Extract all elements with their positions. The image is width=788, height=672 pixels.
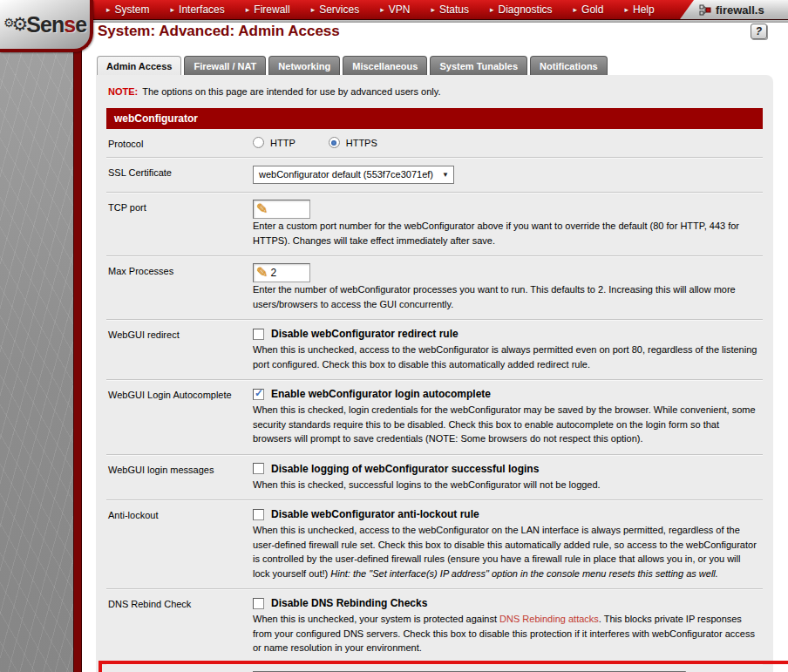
field-description: When this is unchecked, access to the we… xyxy=(253,343,758,371)
dropdown-arrow-icon: ▼ xyxy=(442,171,449,179)
radio-icon[interactable] xyxy=(329,137,340,148)
menu-arrow-icon: ▸ xyxy=(246,6,250,14)
menu-item-label: Help xyxy=(633,3,655,16)
menu-arrow-icon: ▸ xyxy=(490,6,494,14)
radio-option-https[interactable]: HTTPS xyxy=(329,137,377,148)
pencil-icon: ✎ xyxy=(256,202,268,216)
selected-option: webConfigurator default (553f7ce3071ef) xyxy=(259,169,433,180)
checkbox-label: Enable webConfigurator login autocomplet… xyxy=(271,388,491,400)
form-row-webgui-redirect: WebGUI redirect Disable webConfigurator … xyxy=(106,320,763,380)
radio-label: HTTP xyxy=(270,138,296,148)
menu-item-label: VPN xyxy=(389,3,411,16)
dns-rebind-checkbox[interactable] xyxy=(253,598,264,609)
menu-item-help[interactable]: ▸Help xyxy=(624,3,654,16)
menu-item-services[interactable]: ▸Services xyxy=(311,3,360,16)
menu-arrow-icon: ▸ xyxy=(624,6,628,14)
menu-arrow-icon: ▸ xyxy=(171,6,175,14)
form-row-webgui-login-messages: WebGUI login messages Disable logging of… xyxy=(106,455,763,501)
navbar-bottom-edge xyxy=(0,20,788,23)
radio-label: HTTPS xyxy=(346,138,377,148)
checkbox-label: Disable webConfigurator anti-lockout rul… xyxy=(271,508,479,520)
logo-wordmark: Sense xyxy=(26,12,86,37)
top-navbar: ▸System ▸Interfaces ▸Firewall ▸Services … xyxy=(0,0,788,20)
field-label: Protocol xyxy=(108,135,253,149)
checkbox-label: Disable logging of webConfigurator succe… xyxy=(271,463,539,475)
field-label: TCP port xyxy=(108,199,253,248)
menu-item-system[interactable]: ▸System xyxy=(106,3,150,16)
network-icon xyxy=(699,4,711,16)
field-label: SSL Certificate xyxy=(108,164,253,184)
tab-content-panel: NOTE:The options on this page are intend… xyxy=(96,75,773,672)
field-label: WebGUI Login Autocomplete xyxy=(108,386,253,446)
tab-system-tunables[interactable]: System Tunables xyxy=(430,56,527,75)
tab-bar: Admin Access Firewall / NAT Networking M… xyxy=(97,56,773,75)
page-title: System: Advanced: Admin Access xyxy=(98,23,340,40)
ssl-certificate-select[interactable]: webConfigurator default (553f7ce3071ef) … xyxy=(253,166,454,184)
field-description: When this is checked, login credentials … xyxy=(253,403,758,446)
main-content: Admin Access Firewall / NAT Networking M… xyxy=(96,56,773,672)
tab-firewall-nat[interactable]: Firewall / NAT xyxy=(184,56,266,75)
webgui-login-messages-checkbox[interactable] xyxy=(253,463,264,474)
menu-item-gold[interactable]: ▸Gold xyxy=(574,3,604,16)
field-label: DNS Rebind Check xyxy=(108,595,253,655)
form-row-alternate-hostnames: Alternate Hostnames ✎ .spdns.de Alternat… xyxy=(106,664,763,672)
input-value: 2 xyxy=(270,267,276,279)
menu-item-diagnostics[interactable]: ▸Diagnostics xyxy=(490,3,553,16)
tab-notifications[interactable]: Notifications xyxy=(530,56,608,75)
tab-miscellaneous[interactable]: Miscellaneous xyxy=(343,56,427,75)
console-hint-text: Hint: the "Set interface(s) IP address" … xyxy=(330,568,718,579)
radio-option-http[interactable]: HTTP xyxy=(253,137,296,148)
menu-arrow-icon: ▸ xyxy=(380,6,384,14)
note-line: NOTE:The options on this page are intend… xyxy=(106,75,763,100)
field-description: Enter a custom port number for the webCo… xyxy=(253,219,758,248)
menu-item-label: Status xyxy=(439,3,469,16)
pfsense-logo: ⚙⚙ Sense xyxy=(0,0,93,52)
menu-item-label: System xyxy=(115,3,150,16)
hostname-box: firewall.s xyxy=(680,0,788,19)
webgui-autocomplete-checkbox[interactable] xyxy=(253,389,264,400)
menu-arrow-icon: ▸ xyxy=(311,6,316,14)
menu-item-interfaces[interactable]: ▸Interfaces xyxy=(171,3,225,16)
dns-rebinding-attacks-link[interactable]: DNS Rebinding attacks xyxy=(499,614,599,624)
tab-admin-access[interactable]: Admin Access xyxy=(97,56,181,75)
tab-networking[interactable]: Networking xyxy=(268,56,340,75)
max-processes-input[interactable]: ✎ 2 xyxy=(253,263,310,282)
field-description: When this is unchecked, access to the we… xyxy=(253,523,758,580)
field-description: When this is checked, successful logins … xyxy=(253,478,758,492)
form-row-webgui-login-autocomplete: WebGUI Login Autocomplete Enable webConf… xyxy=(106,380,763,455)
form-row-ssl-certificate: SSL Certificate webConfigurator default … xyxy=(106,158,763,193)
webgui-redirect-checkbox[interactable] xyxy=(253,329,264,340)
menu-item-firewall[interactable]: ▸Firewall xyxy=(246,3,290,16)
form-row-dns-rebind-check: DNS Rebind Check Disable DNS Rebinding C… xyxy=(106,589,763,664)
menu-arrow-icon: ▸ xyxy=(106,6,111,14)
gear-icons: ⚙⚙ xyxy=(3,14,25,35)
note-label: NOTE: xyxy=(108,86,138,97)
main-menu: ▸System ▸Interfaces ▸Firewall ▸Services … xyxy=(106,0,655,19)
sidebar-accent-stripe xyxy=(73,17,82,672)
checkbox-label: Disable DNS Rebinding Checks xyxy=(271,597,427,609)
menu-item-vpn[interactable]: ▸VPN xyxy=(380,3,410,16)
hostname-label: firewall.s xyxy=(716,3,764,17)
radio-icon[interactable] xyxy=(253,137,264,148)
anti-lockout-checkbox[interactable] xyxy=(253,509,264,520)
help-button[interactable]: ? xyxy=(751,24,767,39)
form-row-max-processes: Max Processes ✎ 2 Enter the number of we… xyxy=(106,256,763,320)
section-header-webconfigurator: webConfigurator xyxy=(106,108,763,129)
field-label: Max Processes xyxy=(108,262,253,311)
field-description: When this is unchecked, your system is p… xyxy=(253,612,758,655)
left-sidebar xyxy=(0,0,73,672)
checkbox-label: Disable webConfigurator redirect rule xyxy=(271,328,459,340)
pencil-icon: ✎ xyxy=(256,266,268,280)
menu-arrow-icon: ▸ xyxy=(431,6,435,14)
form-row-tcp-port: TCP port ✎ Enter a custom port number fo… xyxy=(106,193,763,256)
field-label: WebGUI redirect xyxy=(108,326,253,371)
pfsense-admin-access-screen: ▸System ▸Interfaces ▸Firewall ▸Services … xyxy=(0,0,788,672)
note-text: The options on this page are intended fo… xyxy=(142,86,440,97)
field-label: Anti-lockout xyxy=(108,506,253,580)
menu-item-label: Firewall xyxy=(254,3,289,16)
menu-item-label: Interfaces xyxy=(179,3,225,16)
menu-item-label: Gold xyxy=(581,3,603,16)
field-label: WebGUI login messages xyxy=(108,461,253,492)
tcp-port-input[interactable]: ✎ xyxy=(253,200,310,219)
menu-item-status[interactable]: ▸Status xyxy=(431,3,469,16)
